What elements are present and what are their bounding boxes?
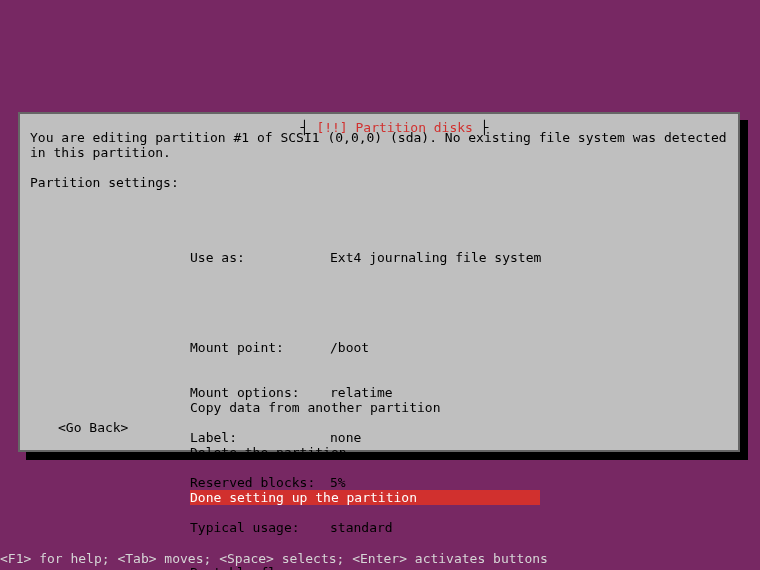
action-done-setting-up[interactable]: Done setting up the partition [190,490,540,505]
settings-header: Partition settings: [30,175,179,190]
intro-line-1: You are editing partition #1 of SCSI1 (0… [30,130,727,145]
action-delete-partition[interactable]: Delete the partition [190,445,540,460]
go-back-button[interactable]: <Go Back> [58,420,128,435]
setting-use-as[interactable]: Use as:Ext4 journaling file system [190,250,541,265]
dialog-body: You are editing partition #1 of SCSI1 (0… [30,130,728,190]
intro-line-2: in this partition. [30,145,171,160]
setting-mount-point[interactable]: Mount point:/boot [190,340,541,355]
setting-blank [190,295,541,310]
action-copy-data[interactable]: Copy data from another partition [190,400,540,415]
partition-actions: Copy data from another partition Delete … [190,370,540,535]
status-bar: <F1> for help; <Tab> moves; <Space> sele… [0,551,548,566]
partition-dialog: ┤ [!!] Partition disks ├ You are editing… [18,112,740,452]
